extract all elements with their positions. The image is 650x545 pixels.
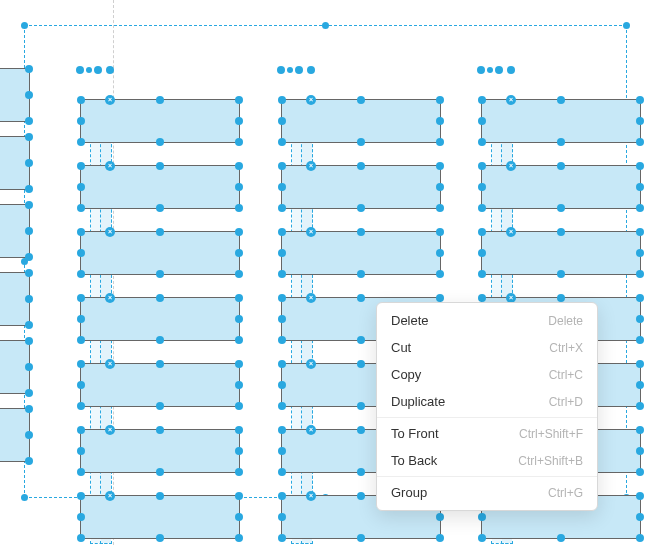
shape-slot[interactable]: × (80, 429, 240, 473)
delete-node-icon[interactable]: × (306, 425, 316, 435)
shape-column-0[interactable] (0, 68, 30, 476)
shape-slot[interactable] (0, 272, 30, 326)
shape-slot[interactable]: × (80, 231, 240, 275)
connector-stub[interactable] (281, 66, 321, 76)
delete-node-icon[interactable]: × (306, 161, 316, 171)
menu-shortcut: Ctrl+Shift+B (518, 454, 583, 468)
delete-node-icon[interactable]: × (105, 95, 115, 105)
shape-slot[interactable]: × (80, 165, 240, 209)
menu-label: To Front (391, 426, 439, 441)
resize-handle-top-left[interactable] (21, 22, 28, 29)
delete-node-icon[interactable]: × (306, 359, 316, 369)
menu-label: Duplicate (391, 394, 445, 409)
shape-slot[interactable]: × (481, 99, 641, 143)
delete-node-icon[interactable]: × (306, 293, 316, 303)
shape-slot[interactable] (0, 204, 30, 258)
shape-slot[interactable]: × (481, 165, 641, 209)
shape-slot[interactable] (0, 136, 30, 190)
shape-slot[interactable]: × (80, 363, 240, 407)
menu-shortcut: Ctrl+C (549, 368, 583, 382)
delete-node-icon[interactable]: × (506, 161, 516, 171)
menu-item-to-front[interactable]: To Front Ctrl+Shift+F (377, 420, 597, 447)
menu-separator (377, 417, 597, 418)
menu-label: Copy (391, 367, 421, 382)
menu-label: Cut (391, 340, 411, 355)
delete-node-icon[interactable]: × (105, 161, 115, 171)
shape-slot[interactable]: × (281, 165, 441, 209)
resize-handle-top-mid[interactable] (322, 22, 329, 29)
delete-node-icon[interactable]: × (105, 227, 115, 237)
shape-slot[interactable]: × (281, 231, 441, 275)
delete-node-icon[interactable]: × (506, 95, 516, 105)
shape-slot[interactable] (0, 408, 30, 462)
shape-slot[interactable]: × (481, 231, 641, 275)
menu-shortcut: Ctrl+X (549, 341, 583, 355)
menu-separator (377, 476, 597, 477)
menu-label: To Back (391, 453, 437, 468)
menu-label: Delete (391, 313, 429, 328)
menu-item-to-back[interactable]: To Back Ctrl+Shift+B (377, 447, 597, 474)
menu-item-delete[interactable]: Delete Delete (377, 307, 597, 334)
menu-item-cut[interactable]: Cut Ctrl+X (377, 334, 597, 361)
delete-node-icon[interactable]: × (105, 293, 115, 303)
design-canvas[interactable]: × × × × × × × × × × × × × × × (0, 0, 650, 545)
shape-slot[interactable]: × (80, 495, 240, 539)
context-menu[interactable]: Delete Delete Cut Ctrl+X Copy Ctrl+C Dup… (376, 302, 598, 511)
menu-item-copy[interactable]: Copy Ctrl+C (377, 361, 597, 388)
menu-shortcut: Ctrl+D (549, 395, 583, 409)
menu-shortcut: Delete (548, 314, 583, 328)
menu-item-duplicate[interactable]: Duplicate Ctrl+D (377, 388, 597, 415)
shape-slot[interactable]: × (80, 99, 240, 143)
delete-node-icon[interactable]: × (306, 227, 316, 237)
connector-stub[interactable] (481, 66, 521, 76)
menu-item-group[interactable]: Group Ctrl+G (377, 479, 597, 506)
connector-stub[interactable] (80, 66, 120, 76)
shape-slot[interactable] (0, 340, 30, 394)
shape-column-1[interactable]: × × × × × × × (80, 68, 240, 539)
delete-node-icon[interactable]: × (306, 95, 316, 105)
shape-slot[interactable]: × (80, 297, 240, 341)
shape-slot[interactable]: × (281, 99, 441, 143)
menu-shortcut: Ctrl+G (548, 486, 583, 500)
delete-node-icon[interactable]: × (306, 491, 316, 501)
resize-handle-bottom-left[interactable] (21, 494, 28, 501)
delete-node-icon[interactable]: × (105, 491, 115, 501)
shape-slot[interactable] (0, 68, 30, 122)
delete-node-icon[interactable]: × (506, 227, 516, 237)
menu-label: Group (391, 485, 427, 500)
resize-handle-top-right[interactable] (623, 22, 630, 29)
menu-shortcut: Ctrl+Shift+F (519, 427, 583, 441)
delete-node-icon[interactable]: × (105, 359, 115, 369)
delete-node-icon[interactable]: × (105, 425, 115, 435)
